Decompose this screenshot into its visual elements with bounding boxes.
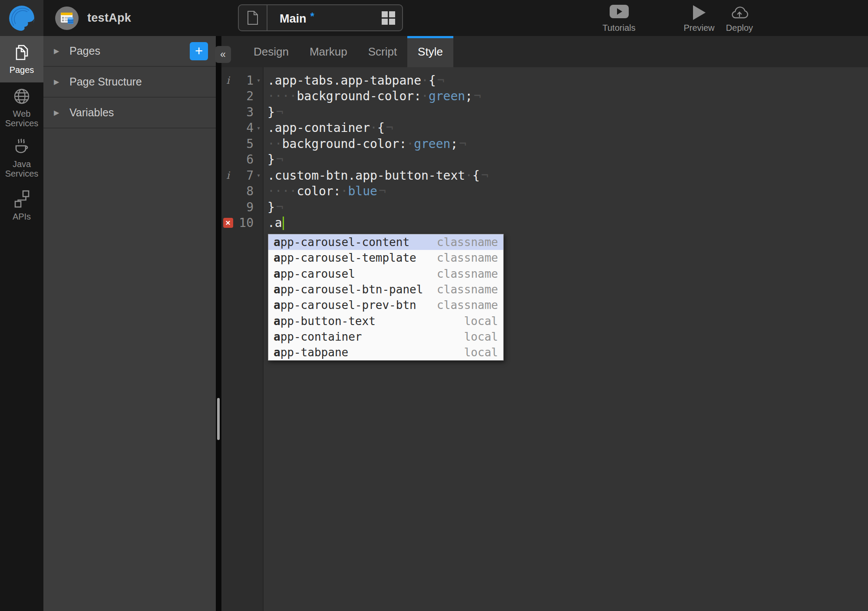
- sidebar-item-web-services[interactable]: Web Services: [0, 82, 43, 133]
- suggestion-type: local: [464, 346, 498, 359]
- chevron-right-icon: ▶: [54, 108, 63, 117]
- suggestion-type: classname: [437, 267, 498, 280]
- sidebar-item-label: APIs: [13, 212, 31, 221]
- chevron-right-icon: ▶: [54, 78, 63, 86]
- chevron-right-icon: ▶: [54, 47, 63, 55]
- sidebar-item-pages[interactable]: Pages: [0, 36, 43, 82]
- suggestion-name: app-container: [274, 330, 362, 343]
- code-line-5[interactable]: 5··background-color:·green;¬: [221, 136, 868, 152]
- code-text: .app-container·{¬: [264, 121, 393, 135]
- panel-section-label: Variables: [69, 106, 114, 119]
- collapse-panel-button[interactable]: «: [215, 46, 231, 63]
- code-line-10[interactable]: ✕10.a: [221, 215, 868, 231]
- app-builder-window: testApk Main* TutorialsPreviewDeploy Pag…: [0, 0, 868, 611]
- code-line-4[interactable]: 4▾.app-container·{¬: [221, 120, 868, 136]
- suggestion-name: app-carousel: [274, 267, 355, 280]
- autocomplete-item-app-carousel-prev-btn[interactable]: app-carousel-prev-btnclassname: [268, 297, 503, 313]
- cloud-upload-icon: [730, 4, 749, 20]
- fold-arrow-icon[interactable]: ▾: [254, 124, 264, 132]
- tab-script[interactable]: Script: [358, 36, 407, 67]
- line-number: 9: [234, 200, 254, 214]
- project-name: testApk: [87, 11, 131, 25]
- panel-section-label: Page Structure: [69, 76, 142, 88]
- panel-section-variables[interactable]: ▶Variables: [43, 98, 216, 128]
- grid-icon[interactable]: [382, 11, 395, 25]
- tutorials-button[interactable]: Tutorials: [594, 4, 644, 33]
- line-number: 2: [234, 89, 254, 103]
- panel-section-pages[interactable]: ▶Pages+: [43, 36, 216, 67]
- code-line-2[interactable]: 2····background-color:·green;¬: [221, 89, 868, 105]
- code-line-6[interactable]: 6}¬: [221, 152, 868, 168]
- page-tab-label: Main*: [280, 10, 314, 26]
- sidebar-item-apis[interactable]: APIs: [0, 183, 43, 228]
- autocomplete-item-app-carousel-content[interactable]: app-carousel-contentclassname: [268, 234, 503, 250]
- left-nav-rail: PagesWeb ServicesJava ServicesAPIs: [0, 36, 43, 611]
- autocomplete-item-app-carousel-btn-panel[interactable]: app-carousel-btn-panelclassname: [268, 282, 503, 297]
- youtube-icon: [609, 4, 629, 19]
- autocomplete-item-app-carousel[interactable]: app-carouselclassname: [268, 266, 503, 282]
- code-line-8[interactable]: 8····color:·blue¬: [221, 184, 868, 200]
- error-icon[interactable]: ✕: [223, 218, 233, 228]
- suggestion-type: classname: [437, 299, 498, 312]
- suggestion-type: classname: [437, 251, 498, 264]
- suggestion-name: app-carousel-btn-panel: [274, 283, 423, 296]
- suggestion-name: app-carousel-content: [274, 236, 409, 249]
- preview-label: Preview: [683, 23, 714, 33]
- preview-button[interactable]: Preview: [677, 4, 721, 33]
- suggestion-type: local: [464, 315, 498, 328]
- line-number: 5: [234, 137, 254, 151]
- code-text: ··background-color:·green;¬: [264, 137, 466, 151]
- fold-arrow-icon[interactable]: ▾: [254, 171, 264, 179]
- code-text: }¬: [264, 105, 284, 119]
- deploy-button[interactable]: Deploy: [719, 4, 760, 33]
- coffee-cup-icon: [12, 137, 31, 156]
- unsaved-marker: *: [310, 10, 314, 22]
- suggestion-type: classname: [437, 236, 498, 249]
- sidebar-item-java-services[interactable]: Java Services: [0, 133, 43, 183]
- sidebar-item-label: Java Services: [1, 159, 43, 179]
- page-file-icon: [239, 5, 267, 30]
- add-page-button[interactable]: +: [190, 42, 208, 60]
- code-text: .app-tabs.app-tabpane·{¬: [264, 73, 445, 88]
- page-tab-main[interactable]: Main*: [238, 4, 403, 31]
- autocomplete-item-app-button-text[interactable]: app-button-textlocal: [268, 313, 503, 328]
- code-line-1[interactable]: i1▾.app-tabs.app-tabpane·{¬: [221, 72, 868, 89]
- code-text: }¬: [264, 152, 284, 167]
- panel-scrollbar[interactable]: [217, 398, 220, 440]
- api-nodes-icon: [13, 190, 31, 209]
- code-text: .custom-btn.app-button-text·{¬: [264, 168, 488, 183]
- line-number: 4: [234, 121, 254, 135]
- info-icon[interactable]: i: [226, 75, 229, 86]
- editor-tab-bar: DesignMarkupScriptStyle: [221, 36, 868, 67]
- code-text: }¬: [264, 200, 284, 214]
- pages-panel: ▶Pages+▶Page Structure▶Variables: [43, 36, 216, 611]
- info-icon[interactable]: i: [226, 170, 229, 181]
- tab-markup[interactable]: Markup: [299, 36, 358, 67]
- suggestion-name: app-carousel-template: [274, 251, 416, 264]
- gutter-marker-cell: i: [221, 170, 234, 181]
- autocomplete-item-app-carousel-template[interactable]: app-carousel-templateclassname: [268, 250, 503, 266]
- panel-section-label: Pages: [69, 45, 100, 57]
- line-number: 7: [234, 168, 254, 183]
- code-text: ····background-color:·green;¬: [264, 89, 481, 103]
- code-line-7[interactable]: i7▾.custom-btn.app-button-text·{¬: [221, 168, 868, 184]
- line-number: 6: [234, 152, 254, 167]
- pages-icon: [13, 44, 31, 62]
- sidebar-item-label: Pages: [10, 65, 34, 75]
- tab-design[interactable]: Design: [243, 36, 299, 67]
- code-line-3[interactable]: 3}¬: [221, 104, 868, 120]
- project-info: testApk: [55, 7, 131, 30]
- wave-logo-icon: [8, 4, 36, 32]
- panel-section-page-structure[interactable]: ▶Page Structure: [43, 67, 216, 98]
- autocomplete-item-app-tabpane[interactable]: app-tabpanelocal: [268, 345, 503, 360]
- line-number: 3: [234, 105, 254, 119]
- autocomplete-popup: app-carousel-contentclassnameapp-carouse…: [268, 234, 504, 361]
- appery-logo[interactable]: [0, 0, 43, 36]
- code-line-9[interactable]: 9}¬: [221, 199, 868, 215]
- autocomplete-item-app-container[interactable]: app-containerlocal: [268, 329, 503, 345]
- line-number: 1: [234, 73, 254, 88]
- gutter-marker-cell: ✕: [221, 218, 234, 228]
- tab-style[interactable]: Style: [407, 36, 453, 67]
- fold-arrow-icon[interactable]: ▾: [254, 76, 264, 84]
- code-text: ····color:·blue¬: [264, 184, 386, 198]
